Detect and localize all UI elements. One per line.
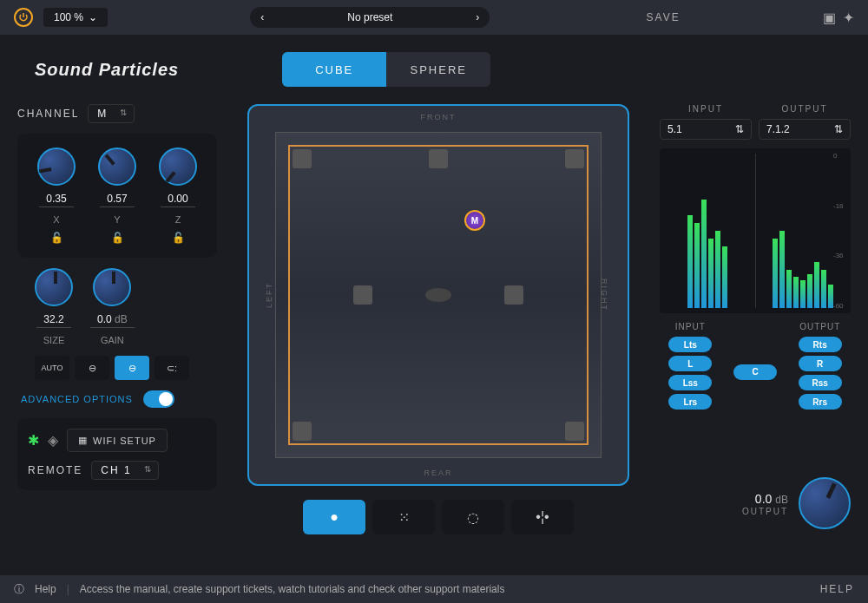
size-knob[interactable] [35, 268, 73, 306]
level-meters: 0 -18 -36 -60 [660, 148, 851, 313]
size-label: SIZE [43, 335, 64, 345]
updown-icon: ⇅ [735, 123, 744, 135]
speaker-icon [565, 149, 584, 168]
channel-select[interactable]: M [88, 104, 135, 123]
snap-button[interactable]: ⊂: [155, 356, 189, 380]
input-meter [663, 154, 752, 308]
meter-scale-18: -18 [833, 202, 849, 210]
x-lock-icon[interactable]: 🔓 [50, 232, 63, 244]
chevron-down-icon: ⌄ [89, 11, 97, 23]
advanced-options-toggle[interactable] [143, 390, 174, 408]
bluetooth-icon[interactable]: ✱ [28, 432, 39, 449]
size-value[interactable]: 32.2 [36, 313, 70, 328]
speaker-icon [565, 422, 584, 441]
zoom-value: 100 % [54, 11, 83, 23]
y-value[interactable]: 0.57 [100, 193, 134, 207]
brand-logo: Sound Particles [35, 60, 179, 80]
channel-chip[interactable]: Rrs [799, 394, 842, 410]
updown-icon: ⇅ [834, 123, 843, 135]
channel-chip[interactable]: Lrs [668, 394, 712, 410]
channel-chip[interactable]: Lss [668, 375, 712, 390]
footer-help-label[interactable]: Help [35, 583, 56, 595]
channel-chip[interactable]: Lts [668, 337, 712, 352]
help-button[interactable]: HELP [820, 583, 854, 595]
cube-label-front: FRONT [421, 113, 457, 121]
output-gain-label: OUTPUT [742, 507, 788, 516]
channel-chip[interactable]: L [668, 356, 712, 371]
input-channels-label: INPUT [675, 322, 706, 331]
meter-scale-60: -60 [833, 302, 849, 310]
x-knob[interactable] [37, 147, 76, 186]
output-label: OUTPUT [781, 104, 827, 114]
listener-icon [425, 288, 451, 302]
z-knob[interactable] [159, 147, 197, 186]
preset-next-button[interactable]: › [465, 7, 490, 28]
speaker-icon [353, 285, 372, 305]
input-format-select[interactable]: 5.1⇅ [660, 119, 752, 140]
output-gain-unit: dB [775, 494, 788, 506]
channel-label: CHANNEL [17, 108, 79, 120]
output-gain-value[interactable]: 0.0 [755, 492, 772, 506]
footer-divider: | [67, 583, 69, 595]
speaker-icon [293, 149, 312, 168]
y-knob[interactable] [98, 147, 136, 186]
position-puck[interactable]: M [464, 210, 485, 231]
auto-button[interactable]: AUTO [35, 356, 69, 380]
output-channels-label: OUTPUT [799, 322, 840, 331]
advanced-options-label: ADVANCED OPTIONS [21, 394, 133, 404]
pan-mode-point[interactable]: ● [303, 500, 365, 534]
channel-chip[interactable]: C [733, 364, 777, 380]
gain-knob[interactable] [93, 268, 131, 306]
meter-scale-36: -36 [833, 252, 849, 259]
wifi-icon[interactable]: ◈ [48, 432, 58, 449]
pan-mode-mirror[interactable]: •¦• [511, 500, 574, 534]
channel-chip[interactable]: Rss [799, 375, 842, 390]
z-value[interactable]: 0.00 [161, 193, 194, 207]
z-lock-icon[interactable]: 🔓 [172, 232, 185, 244]
tab-sphere[interactable]: SPHERE [386, 52, 490, 87]
gain-value[interactable]: 0.0 dB [90, 313, 135, 328]
x-label: X [53, 214, 59, 225]
cube-label-left: LEFT [265, 282, 273, 308]
remote-label: REMOTE [28, 464, 82, 476]
view-front-button[interactable]: ⊖ [115, 356, 149, 380]
preset-prev-button[interactable]: ‹ [250, 7, 274, 28]
meter-scale-0: 0 [833, 152, 849, 160]
tab-cube[interactable]: CUBE [282, 52, 386, 87]
y-lock-icon[interactable]: 🔓 [111, 232, 124, 244]
remote-channel-select[interactable]: CH 1 [91, 461, 158, 480]
preset-display[interactable]: No preset [274, 7, 465, 28]
z-label: Z [175, 214, 181, 225]
pan-mode-rotate[interactable]: ◌ [442, 500, 504, 534]
speaker-icon [429, 149, 448, 168]
settings-icon[interactable]: ✦ [843, 10, 854, 26]
cube-label-rear: REAR [424, 469, 452, 477]
speaker-icon [293, 422, 312, 441]
gain-label: GAIN [101, 335, 124, 345]
cube-view[interactable]: FRONT REAR LEFT RIGHT M [247, 104, 629, 486]
channel-chip[interactable]: Rts [799, 337, 842, 352]
output-gain-knob[interactable] [799, 477, 851, 529]
xyz-panel: 0.35 X 🔓 0.57 Y 🔓 0.00 Z 🔓 [17, 134, 217, 258]
input-label: INPUT [688, 104, 723, 114]
power-icon [19, 13, 28, 22]
channel-chip[interactable]: R [799, 356, 842, 371]
footer-message: Access the manual, create support ticket… [80, 583, 505, 595]
view-top-button[interactable]: ⊖ [75, 356, 109, 380]
wifi-setup-button[interactable]: ▦ WIFI SETUP [67, 429, 168, 452]
y-label: Y [114, 214, 120, 225]
power-button[interactable] [14, 8, 33, 27]
pan-mode-spread[interactable]: ⁙ [372, 500, 435, 534]
output-format-select[interactable]: 7.1.2⇅ [759, 119, 851, 140]
x-value[interactable]: 0.35 [39, 193, 73, 207]
info-icon[interactable]: ⓘ [14, 582, 24, 597]
qr-icon: ▦ [78, 435, 88, 446]
zoom-select[interactable]: 100 % ⌄ [43, 8, 108, 27]
speaker-icon [504, 285, 523, 305]
